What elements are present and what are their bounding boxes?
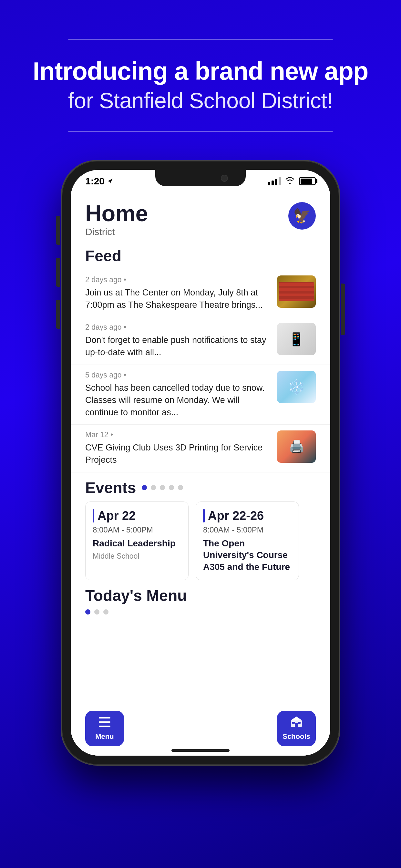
events-cards: Apr 22 8:00AM - 5:00PM Radical Leadershi…: [71, 501, 330, 580]
top-divider: [68, 39, 333, 40]
feed-meta: 2 days ago •: [85, 323, 271, 332]
event-time: 8:00AM - 5:00PM: [93, 525, 181, 534]
event-time: 8:00AM - 5:00PM: [203, 525, 291, 534]
feed-thumbnail: [277, 430, 316, 463]
status-time: 1:20: [85, 176, 113, 187]
header-text: Home District: [85, 202, 148, 237]
events-section-title: Events: [85, 479, 136, 497]
feed-body: Join us at The Center on Monday, July 8t…: [85, 287, 271, 311]
event-name: Radical Leadership: [93, 538, 181, 549]
event-name: The Open University's Course A305 and th…: [203, 538, 291, 573]
dot-inactive[interactable]: [151, 485, 156, 490]
menu-dots: [85, 609, 316, 615]
page-title: Home: [85, 202, 148, 225]
headline-sub: for Stanfield School District!: [33, 88, 368, 113]
avatar[interactable]: 🦅: [288, 202, 316, 229]
bottom-divider: [68, 131, 333, 132]
status-icons: [268, 176, 316, 186]
phone-screen: 1:20: [71, 170, 330, 755]
event-location: Middle School: [93, 552, 181, 561]
home-indicator: [172, 749, 229, 752]
event-card[interactable]: Apr 22 8:00AM - 5:00PM Radical Leadershi…: [85, 501, 189, 580]
svg-rect-1: [99, 721, 111, 723]
feed-thumbnail: [277, 275, 316, 308]
svg-marker-4: [290, 717, 302, 720]
page-subtitle: District: [85, 226, 148, 237]
accent-bar: [203, 509, 205, 523]
schools-tab-label: Schools: [282, 733, 310, 741]
menu-section-title: Today's Menu: [85, 587, 316, 604]
accent-bar: [93, 509, 94, 523]
notch: [155, 170, 246, 186]
location-arrow-icon: [107, 178, 113, 184]
dot-inactive[interactable]: [178, 485, 183, 490]
menu-tab-label: Menu: [95, 733, 114, 741]
schools-tab-button[interactable]: Schools: [277, 711, 316, 746]
headline-section: Introducing a brand new app for Stanfiel…: [7, 58, 394, 113]
svg-rect-2: [99, 725, 111, 727]
feed-thumbnail: [277, 371, 316, 403]
feed-body: CVE Giving Club Uses 3D Printing for Ser…: [85, 442, 271, 466]
menu-tab-button[interactable]: Menu: [85, 711, 124, 746]
phone-body: 1:20: [62, 161, 339, 765]
menu-icon: [99, 716, 111, 730]
feed-body: Don't forget to enable push notification…: [85, 334, 271, 359]
dot-active[interactable]: [142, 485, 147, 490]
feed-item[interactable]: 2 days ago • Join us at The Center on Mo…: [71, 270, 330, 317]
events-pagination: [142, 485, 183, 490]
event-date: Apr 22: [97, 509, 135, 523]
feed-thumbnail: [277, 323, 316, 355]
feed-item[interactable]: Mar 12 • CVE Giving Club Uses 3D Printin…: [71, 425, 330, 472]
wifi-icon: [285, 176, 295, 186]
svg-rect-0: [99, 717, 111, 718]
feed-item[interactable]: 5 days ago • School has been cancelled t…: [71, 365, 330, 425]
menu-section: Today's Menu: [71, 580, 330, 615]
schools-icon: [290, 716, 303, 730]
feed-section-title: Feed: [71, 244, 330, 270]
front-camera: [221, 175, 228, 182]
phone-mockup: 1:20: [62, 161, 339, 774]
event-date: Apr 22-26: [208, 509, 264, 523]
dot-inactive[interactable]: [169, 485, 174, 490]
battery-icon: [299, 177, 316, 185]
headline-bold: Introducing a brand new app: [33, 58, 368, 85]
svg-rect-7: [298, 722, 301, 724]
feed-item[interactable]: 2 days ago • Don't forget to enable push…: [71, 317, 330, 365]
event-card[interactable]: Apr 22-26 8:00AM - 5:00PM The Open Unive…: [196, 501, 299, 580]
app-content: Home District 🦅 Feed 2 days ago •: [71, 192, 330, 755]
events-header: Events: [71, 472, 330, 501]
feed-meta: Mar 12 •: [85, 430, 271, 439]
svg-rect-5: [295, 723, 298, 727]
avatar-emoji: 🦅: [293, 207, 311, 224]
feed-body: School has been cancelled today due to s…: [85, 382, 271, 418]
tab-bar: Menu Schools: [71, 704, 330, 755]
svg-rect-6: [292, 722, 295, 724]
dot-inactive[interactable]: [160, 485, 165, 490]
feed-meta: 5 days ago •: [85, 371, 271, 379]
feed-meta: 2 days ago •: [85, 275, 271, 284]
app-header: Home District 🦅: [71, 192, 330, 244]
signal-icon: [268, 177, 281, 185]
